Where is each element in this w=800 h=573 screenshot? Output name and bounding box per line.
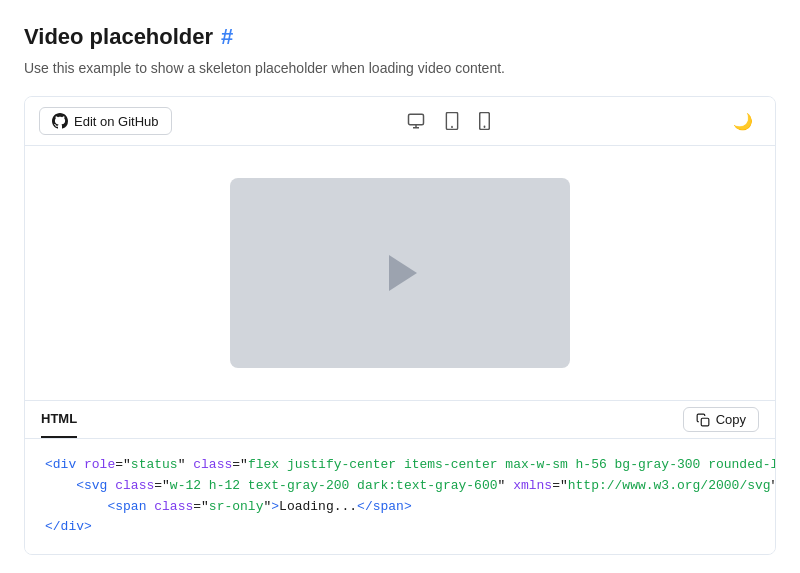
code-line-2: <svg class="w-12 h-12 text-gray-200 dark… bbox=[45, 476, 755, 497]
copy-icon bbox=[696, 413, 710, 427]
mobile-icon bbox=[479, 112, 490, 130]
dark-mode-button[interactable]: 🌙 bbox=[725, 108, 761, 135]
example-card: Edit on GitHub bbox=[24, 96, 776, 555]
toolbar-left: Edit on GitHub bbox=[39, 107, 172, 135]
tablet-view-button[interactable] bbox=[441, 108, 463, 134]
svg-rect-0 bbox=[408, 114, 423, 125]
edit-on-github-button[interactable]: Edit on GitHub bbox=[39, 107, 172, 135]
copy-button[interactable]: Copy bbox=[683, 407, 759, 432]
github-button-label: Edit on GitHub bbox=[74, 114, 159, 129]
hash-anchor-icon[interactable]: # bbox=[221, 24, 233, 50]
preview-area bbox=[25, 146, 775, 400]
code-line-3: <span class="sr-only">Loading...</span> bbox=[45, 497, 755, 518]
moon-icon: 🌙 bbox=[733, 113, 753, 130]
svg-rect-7 bbox=[701, 418, 709, 426]
desktop-icon bbox=[407, 112, 425, 130]
title-text: Video placeholder bbox=[24, 24, 213, 50]
tablet-icon bbox=[445, 112, 459, 130]
code-area: <div role="status" class="flex justify-c… bbox=[25, 439, 775, 554]
code-tabs-bar: HTML Copy bbox=[25, 401, 775, 439]
card-toolbar: Edit on GitHub bbox=[25, 97, 775, 146]
toolbar-right: 🌙 bbox=[725, 108, 761, 135]
code-line-4: </div> bbox=[45, 517, 755, 538]
copy-button-label: Copy bbox=[716, 412, 746, 427]
page-title: Video placeholder # bbox=[24, 24, 776, 50]
desktop-view-button[interactable] bbox=[403, 108, 429, 134]
play-icon bbox=[389, 255, 417, 291]
toolbar-center bbox=[403, 108, 494, 134]
tab-html[interactable]: HTML bbox=[41, 401, 77, 438]
mobile-view-button[interactable] bbox=[475, 108, 494, 134]
code-line-1: <div role="status" class="flex justify-c… bbox=[45, 455, 755, 476]
video-placeholder bbox=[230, 178, 570, 368]
page-description: Use this example to show a skeleton plac… bbox=[24, 60, 776, 76]
github-icon bbox=[52, 113, 68, 129]
code-section: HTML Copy <div role="status" class="flex… bbox=[25, 400, 775, 554]
